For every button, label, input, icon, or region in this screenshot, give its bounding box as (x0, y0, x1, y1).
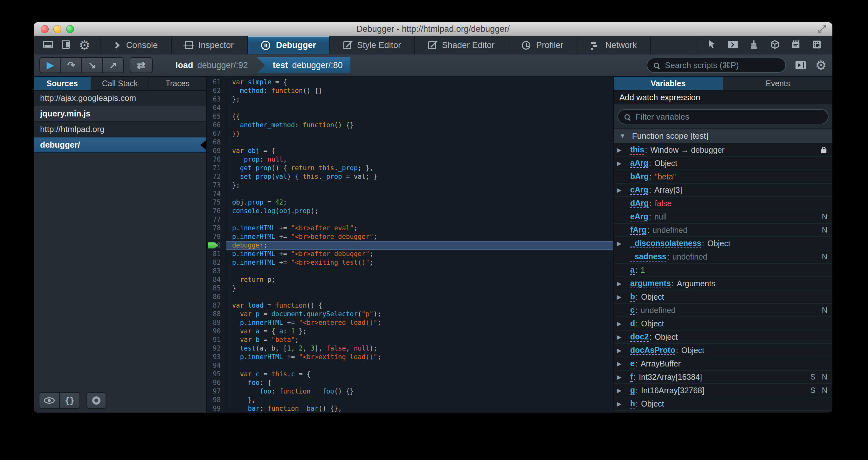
variable-row[interactable]: a:1 (614, 264, 832, 277)
line-number[interactable]: 90 (207, 327, 226, 336)
variable-row[interactable]: ▶d:Object (614, 317, 832, 330)
line-number[interactable]: 93 (207, 353, 226, 362)
line-number[interactable]: 88 (207, 310, 226, 318)
toggle-tracer-button[interactable] (87, 392, 106, 409)
line-number[interactable]: 91 (207, 336, 226, 344)
variable-name[interactable]: cArg (630, 185, 648, 195)
line-number[interactable]: 71 (207, 164, 226, 172)
source-item[interactable]: debugger/ (34, 138, 206, 153)
line-number[interactable]: 67 (207, 130, 226, 138)
filter-variables-input[interactable] (635, 112, 822, 122)
line-number[interactable]: 69 (207, 147, 226, 155)
variable-row[interactable]: ▶aArg:Object (614, 157, 832, 170)
variable-name[interactable]: _sadness (630, 252, 666, 262)
line-number[interactable]: 68 (207, 138, 226, 147)
line-number[interactable]: 77 (207, 215, 226, 224)
variable-name[interactable]: aArg (630, 159, 648, 168)
sources-tab-traces[interactable]: Traces (149, 77, 206, 90)
variable-name[interactable]: d (630, 319, 635, 328)
variable-row[interactable]: fArg:undefinedN (614, 224, 832, 237)
line-number[interactable]: 80 (207, 241, 226, 250)
variable-row[interactable]: ▶b:Object (614, 290, 832, 304)
source-item[interactable]: jquery.min.js (34, 106, 206, 122)
expand-arrow-icon[interactable]: ▶ (617, 334, 630, 341)
variable-row[interactable]: ▶g:Int16Array[32768]SN (614, 384, 832, 397)
variable-row[interactable]: _sadness:undefinedN (614, 250, 832, 264)
variable-row[interactable]: eArg:nullN (614, 210, 832, 224)
line-number[interactable]: 95 (207, 370, 226, 379)
variable-row[interactable]: ▶_disconsolateness:Object (614, 237, 832, 250)
script-search-input[interactable] (664, 60, 779, 70)
dock-side-button[interactable] (62, 40, 70, 50)
variable-name[interactable]: e (630, 359, 634, 369)
tab-shader-editor[interactable]: Shader Editor (415, 36, 508, 54)
expand-arrow-icon[interactable]: ▶ (617, 146, 630, 154)
variable-row[interactable]: c:undefinedN (614, 304, 832, 317)
variable-name[interactable]: c (630, 306, 634, 315)
debugger-options-button[interactable]: ⚙ (815, 59, 827, 71)
tab-style-editor[interactable]: Style Editor (330, 36, 415, 54)
variable-name[interactable]: eArg (630, 212, 648, 222)
line-number[interactable]: 82 (207, 258, 226, 267)
variable-row[interactable]: ▶arguments:Arguments (614, 277, 832, 290)
expand-arrow-icon[interactable]: ▶ (617, 280, 630, 287)
sources-tab-call-stack[interactable]: Call Stack (91, 77, 149, 90)
step-out-button[interactable]: ↗ (102, 57, 124, 73)
expand-arrow-icon[interactable]: ▶ (617, 186, 630, 194)
expand-arrow-icon[interactable]: ▶ (617, 387, 630, 394)
scope-header[interactable]: ▼ Function scope [test] (614, 129, 832, 143)
blackbox-eye-button[interactable] (39, 392, 60, 409)
variable-row[interactable]: ▶this:Window → debugger (614, 143, 832, 157)
line-number[interactable]: 75 (207, 198, 226, 207)
options-gear-button[interactable]: ⚙ (79, 39, 90, 52)
variable-name[interactable]: bArg (630, 172, 649, 182)
line-number[interactable]: 97 (207, 387, 226, 396)
tab-debugger[interactable]: Debugger (248, 36, 330, 54)
breadcrumb-2[interactable]: testdebugger/:80 (257, 57, 350, 73)
pretty-print-button[interactable]: {} (59, 392, 80, 409)
resume-button[interactable]: ▶ (39, 57, 61, 73)
line-number[interactable]: 63 (207, 95, 226, 104)
sources-tab-sources[interactable]: Sources (34, 77, 91, 90)
variable-name[interactable]: this (630, 145, 644, 155)
line-number[interactable]: 61 (207, 78, 226, 87)
source-item[interactable]: http://ajax.googleapis.com (34, 91, 206, 106)
variable-name[interactable]: h (630, 399, 635, 409)
expand-arrow-icon[interactable]: ▶ (617, 160, 630, 167)
line-number[interactable]: 66 (207, 121, 226, 130)
variable-name[interactable]: fArg (630, 225, 646, 235)
line-number[interactable]: 81 (207, 250, 226, 258)
step-in-button[interactable]: ↘ (82, 57, 103, 73)
minimize-button[interactable] (54, 25, 61, 33)
box-model-3d-button[interactable] (770, 40, 780, 51)
scratchpad-button[interactable] (791, 40, 801, 51)
resize-icon[interactable] (817, 24, 827, 35)
pick-element-button[interactable] (707, 39, 717, 51)
line-number[interactable]: 65 (207, 112, 226, 121)
toggle-panel-button[interactable] (796, 61, 806, 69)
tab-profiler[interactable]: Profiler (508, 36, 578, 54)
variable-row[interactable]: ▶h:Object (614, 397, 832, 411)
tab-inspector[interactable]: Inspector (172, 36, 248, 54)
line-number[interactable]: 83 (207, 267, 226, 276)
line-number[interactable]: 85 (207, 284, 226, 293)
line-number[interactable]: 64 (207, 104, 226, 112)
paintbrush-button[interactable] (749, 40, 758, 51)
variables-tab-events[interactable]: Events (723, 77, 832, 90)
line-number[interactable]: 62 (207, 87, 226, 95)
variable-name[interactable]: arguments (630, 279, 671, 289)
variable-row[interactable]: bArg:"beta" (614, 170, 832, 183)
line-number[interactable]: 94 (207, 362, 226, 370)
tab-console[interactable]: Console (100, 36, 172, 54)
expand-arrow-icon[interactable]: ▶ (617, 347, 630, 354)
line-number[interactable]: 79 (207, 233, 226, 241)
tab-network[interactable]: Network (578, 36, 651, 54)
line-number[interactable]: 78 (207, 224, 226, 233)
variable-row[interactable]: ▶doc2:Object (614, 330, 832, 344)
variable-name[interactable]: g (630, 385, 635, 396)
variable-name[interactable]: a (630, 265, 634, 275)
blackbox-sources-button[interactable]: ⇄ (130, 57, 153, 73)
variables-tab-variables[interactable]: Variables (614, 77, 723, 90)
variable-name[interactable]: _disconsolateness (630, 238, 702, 249)
expand-arrow-icon[interactable]: ▶ (617, 400, 630, 407)
